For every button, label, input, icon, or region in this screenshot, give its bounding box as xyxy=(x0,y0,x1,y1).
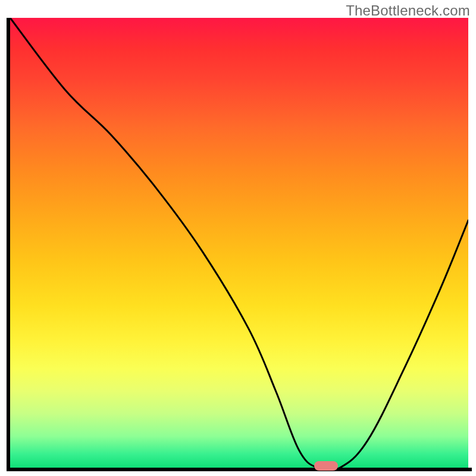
bottleneck-chart: TheBottleneck.com xyxy=(0,0,476,476)
curve-path xyxy=(10,18,468,468)
x-axis-line xyxy=(7,468,472,471)
optimal-marker xyxy=(314,461,338,471)
bottleneck-curve xyxy=(10,18,468,468)
watermark-text: TheBottleneck.com xyxy=(346,2,470,19)
